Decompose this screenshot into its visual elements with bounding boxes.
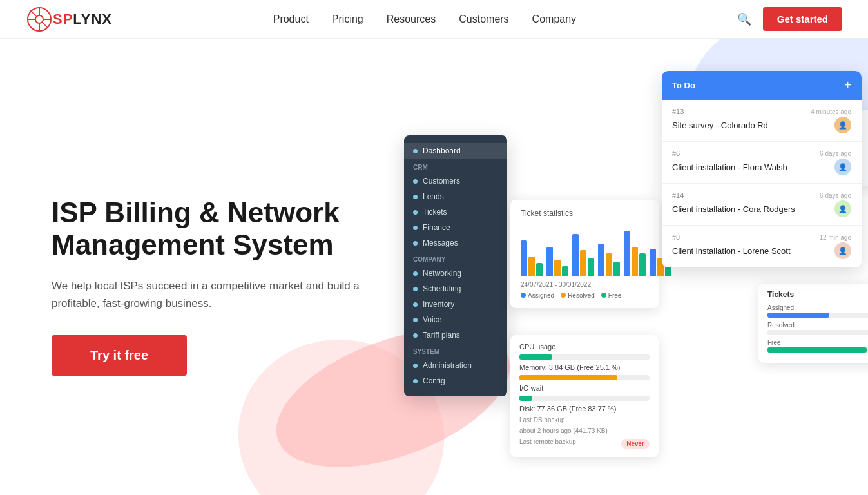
sidebar-scheduling-item[interactable]: Scheduling	[404, 281, 507, 296]
sidebar-config-item[interactable]: Config	[404, 373, 507, 389]
svg-line-6	[30, 10, 36, 16]
bar-green-4	[613, 262, 620, 276]
bar-green-3	[588, 258, 594, 276]
sidebar-dot	[413, 333, 418, 338]
progress-row-2: Resolved 0.00 %	[767, 322, 868, 335]
bar-yellow-4	[606, 253, 612, 276]
nav-item-resources[interactable]: Resources	[387, 14, 436, 25]
task-time-2: 6 days ago	[820, 150, 851, 157]
nav-links: Product Pricing Resources Customers Comp…	[273, 14, 576, 25]
progress-row-3: Free	[767, 339, 868, 353]
last-db-row: Last DB backup	[519, 416, 650, 423]
svg-point-1	[35, 15, 43, 23]
bar-yellow-2	[554, 260, 561, 276]
nav-item-company[interactable]: Company	[532, 14, 576, 25]
logo-text: SPLYNX	[53, 11, 112, 28]
sidebar-dot	[413, 318, 418, 322]
task-item-2: #6 6 days ago Client installation - Flor…	[662, 142, 862, 184]
last-remote-container: Last remote backup Never	[519, 438, 650, 449]
bar-blue-5	[624, 231, 630, 276]
nav-right: 🔍 Get started	[737, 7, 842, 31]
sidebar-voice-item[interactable]: Voice	[404, 312, 507, 327]
progress-row-1: Assigned 0.50 %	[767, 304, 868, 318]
sidebar-tickets-item[interactable]: Tickets	[404, 204, 507, 220]
svg-line-7	[43, 23, 48, 28]
task-item-4: #8 12 min ago Client installation - Lore…	[662, 226, 862, 267]
sidebar-tariff-item[interactable]: Tariff plans	[404, 327, 507, 343]
progress-fill-3	[767, 347, 867, 353]
cpu-bar-fill	[519, 354, 552, 360]
task-avatar-4: 👤	[834, 242, 851, 259]
tickets-panel-title: Tickets	[767, 290, 868, 299]
bar-chart	[521, 224, 648, 276]
sidebar-inventory-item[interactable]: Inventory	[404, 296, 507, 312]
hero-section: ISP Billing & Network Management System …	[0, 39, 868, 495]
sidebar-dot	[413, 226, 418, 230]
task-name-3: Client installation - Cora Rodgers	[672, 204, 795, 214]
progress-fill-1	[767, 313, 829, 318]
legend-label: Free	[601, 292, 622, 299]
task-item-1: #13 4 minutes ago Site survey - Colorado…	[662, 100, 862, 142]
nav-item-customers[interactable]: Customers	[459, 14, 508, 25]
bar-blue-1	[521, 240, 527, 276]
system-panel: CPU usage Memory: 3.84 GB (Free 25.1 %) …	[510, 335, 659, 457]
task-id-3: #14	[672, 191, 684, 199]
bar-yellow-3	[580, 250, 586, 276]
logo[interactable]: SPLYNX	[26, 6, 112, 33]
task-avatar-1: 👤	[834, 117, 851, 133]
legend-label: Resolved	[561, 292, 595, 299]
stats-panel: Ticket statistics 24/07/2021 - 30/01/202…	[510, 200, 659, 308]
tasks-panel: To Do + #13 4 minutes ago Site survey - …	[662, 71, 862, 267]
task-id-2: #6	[672, 150, 680, 157]
task-avatar-2: 👤	[834, 159, 851, 175]
dashboard-mockup: Dashboard CRM Customers Leads Tickets Fi…	[385, 58, 868, 495]
sidebar-dot	[413, 179, 418, 184]
bar-green-1	[536, 263, 543, 276]
never-badge: Never	[621, 439, 650, 449]
sidebar-company-section: COMPANY	[404, 251, 507, 266]
navbar: SPLYNX Product Pricing Resources Custome…	[0, 0, 868, 39]
bar-green-5	[639, 253, 646, 276]
task-time-4: 12 min ago	[820, 234, 851, 241]
memory-bar	[519, 375, 650, 380]
nav-item-product[interactable]: Product	[273, 14, 309, 25]
sidebar-dashboard-item[interactable]: Dashboard	[404, 143, 507, 159]
memory-bar-fill	[519, 375, 617, 380]
legend-label: Assigned	[521, 292, 554, 299]
cpu-row: CPU usage	[519, 343, 650, 351]
sidebar-finance-item[interactable]: Finance	[404, 220, 507, 235]
sidebar-dot	[413, 149, 418, 153]
search-button[interactable]: 🔍	[737, 12, 751, 26]
bar-yellow-1	[528, 257, 535, 276]
io-bar-fill	[519, 396, 532, 401]
sidebar-customers-item[interactable]: Customers	[404, 173, 507, 189]
try-free-button[interactable]: Try it free	[52, 335, 187, 376]
plus-icon[interactable]: +	[844, 79, 851, 92]
sidebar-dot	[413, 210, 418, 215]
memory-row: Memory: 3.84 GB (Free 25.1 %)	[519, 364, 650, 371]
progress-label-3: Free	[767, 339, 781, 346]
sidebar-leads-item[interactable]: Leads	[404, 189, 507, 204]
get-started-button[interactable]: Get started	[763, 7, 842, 31]
date-range: 24/07/2021 - 30/01/2022	[521, 281, 648, 288]
sidebar-admin-item[interactable]: Administration	[404, 358, 507, 373]
bar-green-2	[562, 266, 568, 276]
sidebar-dot	[413, 271, 418, 276]
task-item-3: #14 6 days ago Client installation - Cor…	[662, 184, 862, 226]
task-name-1: Site survey - Colorado Rd	[672, 121, 768, 130]
task-avatar-3: 👤	[834, 200, 851, 217]
sidebar-networking-item[interactable]: Networking	[404, 266, 507, 281]
nav-item-pricing[interactable]: Pricing	[332, 14, 363, 25]
task-name-2: Client installation - Flora Walsh	[672, 162, 787, 172]
sidebar-dot	[413, 379, 418, 383]
sidebar-messages-item[interactable]: Messages	[404, 235, 507, 251]
cpu-bar	[519, 354, 650, 360]
bar-blue-2	[546, 247, 553, 276]
sidebar-dot	[413, 241, 418, 246]
sidebar-dot	[413, 364, 418, 368]
progress-bar-1	[767, 313, 868, 318]
tasks-header-title: To Do	[672, 81, 695, 90]
tickets-panel: Tickets Assigned 0.50 % Resolved 0.00 %	[758, 284, 868, 363]
task-id-4: #8	[672, 233, 680, 241]
task-id-1: #13	[672, 108, 684, 115]
